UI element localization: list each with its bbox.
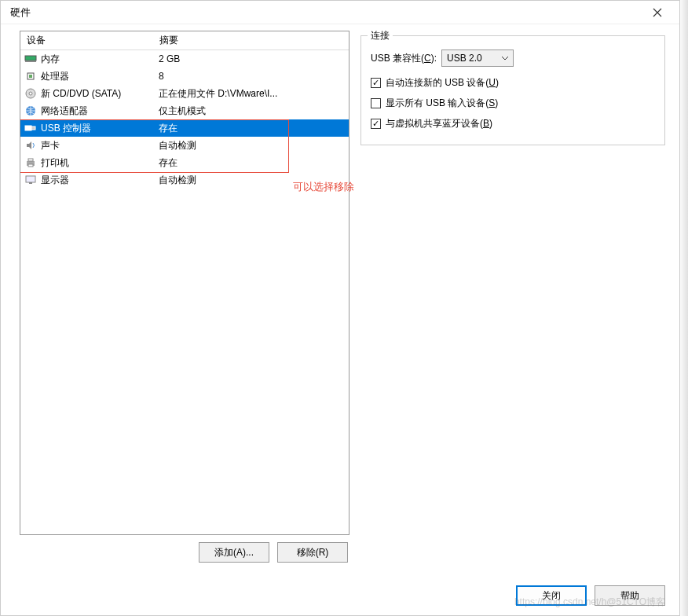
device-summary: 自动检测 (159, 139, 349, 152)
device-buttons-row: 添加(A)... 移除(R) (20, 535, 349, 570)
device-summary: 存在 (159, 122, 349, 135)
titlebar: 硬件 (1, 1, 679, 24)
left-column: 设备 摘要 内存2 GB处理器8新 CD/DVD (SATA)正在使用文件 D:… (20, 31, 349, 570)
svg-rect-12 (26, 176, 35, 182)
display-icon (24, 174, 38, 186)
cd-icon (24, 87, 38, 100)
device-name: 内存 (41, 53, 159, 66)
list-header: 设备 摘要 (20, 31, 349, 50)
connection-groupbox: 连接 USB 兼容性(C): USB 2.0 自动连接新的 USB 设备(U) (360, 35, 665, 145)
annotation-text: 可以选择移除 (293, 180, 354, 194)
network-icon (24, 104, 38, 117)
help-button[interactable]: 帮助 (595, 585, 665, 606)
show-all-usb-label: 显示所有 USB 输入设备(S) (386, 97, 498, 110)
svg-rect-7 (25, 126, 31, 130)
window-close-button[interactable] (642, 2, 673, 24)
right-column: 连接 USB 兼容性(C): USB 2.0 自动连接新的 USB 设备(U) (360, 31, 665, 570)
usb-icon (24, 122, 38, 134)
dialog-footer: 关闭 帮助 (516, 585, 665, 606)
usb-compat-value: USB 2.0 (447, 53, 482, 64)
device-name: 声卡 (41, 139, 159, 152)
device-name: 新 CD/DVD (SATA) (41, 87, 159, 101)
window-shadow (680, 0, 688, 616)
device-name: 打印机 (41, 156, 159, 170)
printer-icon (24, 156, 38, 169)
device-row[interactable]: 处理器8 (20, 68, 349, 85)
usb-compat-row: USB 兼容性(C): USB 2.0 (371, 47, 655, 69)
usb-compat-label: USB 兼容性(C): (371, 52, 437, 65)
memory-icon (24, 53, 38, 65)
share-bluetooth-label: 与虚拟机共享蓝牙设备(B) (386, 117, 492, 130)
svg-rect-3 (29, 75, 32, 78)
device-name: 处理器 (41, 70, 159, 83)
column-header-device[interactable]: 设备 (20, 34, 158, 47)
show-all-usb-checkbox[interactable] (371, 98, 381, 108)
device-summary: 8 (159, 71, 349, 82)
device-list[interactable]: 设备 摘要 内存2 GB处理器8新 CD/DVD (SATA)正在使用文件 D:… (20, 31, 349, 535)
help-button-label: 帮助 (620, 590, 639, 601)
device-row[interactable]: 网络适配器仅主机模式 (20, 102, 349, 119)
device-summary: 2 GB (159, 53, 349, 64)
svg-rect-10 (28, 159, 33, 161)
close-button-label: 关闭 (542, 590, 561, 601)
content-area: 设备 摘要 内存2 GB处理器8新 CD/DVD (SATA)正在使用文件 D:… (20, 31, 665, 570)
remove-button[interactable]: 移除(R) (277, 542, 348, 563)
svg-rect-13 (29, 182, 32, 184)
sound-icon (24, 139, 38, 152)
device-name: 显示器 (41, 174, 159, 187)
share-bluetooth-checkbox[interactable] (371, 119, 381, 129)
auto-connect-usb-row: 自动连接新的 USB 设备(U) (371, 72, 655, 93)
svg-rect-1 (25, 60, 36, 62)
device-summary: 存在 (159, 156, 349, 170)
window-title: 硬件 (7, 6, 642, 20)
device-summary: 正在使用文件 D:\VMware\I... (159, 87, 349, 101)
auto-connect-usb-checkbox[interactable] (371, 78, 381, 88)
auto-connect-usb-label: 自动连接新的 USB 设备(U) (386, 76, 499, 90)
svg-rect-0 (25, 56, 36, 60)
add-button-label: 添加(A)... (214, 547, 254, 558)
usb-compat-combobox[interactable]: USB 2.0 (441, 50, 514, 67)
cpu-icon (24, 70, 38, 82)
hardware-dialog: 硬件 设备 摘要 内存2 GB处理器8新 CD/DVD (SATA)正在使用文件… (0, 0, 680, 616)
chevron-down-icon (502, 53, 508, 64)
svg-point-5 (29, 92, 32, 95)
connection-group-title: 连接 (368, 29, 393, 42)
device-name: USB 控制器 (41, 122, 159, 135)
show-all-usb-row: 显示所有 USB 输入设备(S) (371, 93, 655, 113)
device-row[interactable]: 新 CD/DVD (SATA)正在使用文件 D:\VMware\I... (20, 85, 349, 102)
share-bluetooth-row: 与虚拟机共享蓝牙设备(B) (371, 113, 655, 134)
device-row[interactable]: 打印机存在 (20, 154, 349, 171)
device-name: 网络适配器 (41, 104, 159, 118)
device-summary: 仅主机模式 (159, 104, 349, 118)
add-button[interactable]: 添加(A)... (199, 542, 269, 563)
svg-rect-8 (31, 126, 35, 130)
remove-button-label: 移除(R) (297, 547, 329, 558)
svg-rect-11 (28, 164, 33, 167)
column-header-summary[interactable]: 摘要 (158, 34, 349, 47)
device-row[interactable]: 声卡自动检测 (20, 137, 349, 154)
close-icon (653, 8, 662, 17)
close-button[interactable]: 关闭 (516, 585, 587, 606)
device-row[interactable]: 内存2 GB (20, 50, 349, 68)
device-row[interactable]: USB 控制器存在 (20, 119, 349, 137)
